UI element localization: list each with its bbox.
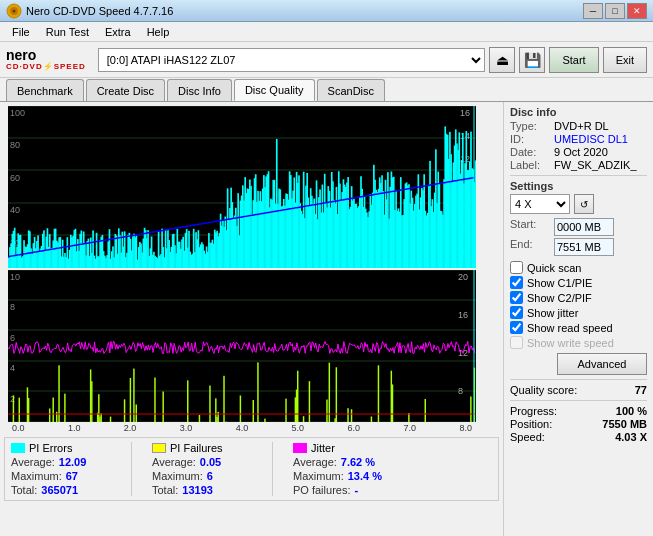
show-write-speed-checkbox[interactable] — [510, 336, 523, 349]
toolbar: nero CD·DVD⚡SPEED [0:0] ATAPI iHAS122 ZL… — [0, 42, 653, 78]
show-read-speed-row: Show read speed — [510, 321, 647, 334]
maximize-button[interactable]: □ — [605, 3, 625, 19]
jitter-color — [293, 443, 307, 453]
app-icon — [6, 3, 22, 19]
pi-failures-title: PI Failures — [170, 442, 223, 454]
disc-info-title: Disc info — [510, 106, 647, 118]
disc-date-row: Date: 9 Oct 2020 — [510, 146, 647, 158]
pi-failures-color — [152, 443, 166, 453]
minimize-button[interactable]: ─ — [583, 3, 603, 19]
settings-section: Settings 4 X ↺ Start: End: Quick sca — [510, 180, 647, 375]
window-title: Nero CD-DVD Speed 4.7.7.16 — [26, 5, 173, 17]
quick-scan-checkbox[interactable] — [510, 261, 523, 274]
tab-disc-quality[interactable]: Disc Quality — [234, 79, 315, 101]
menu-file[interactable]: File — [4, 24, 38, 40]
disc-info-section: Disc info Type: DVD+R DL ID: UMEDISC DL1… — [510, 106, 647, 171]
menu-extra[interactable]: Extra — [97, 24, 139, 40]
show-jitter-row: Show jitter — [510, 306, 647, 319]
save-button[interactable]: 💾 — [519, 47, 545, 73]
start-mb-input[interactable] — [554, 218, 614, 236]
show-c2pif-row: Show C2/PIF — [510, 291, 647, 304]
start-button[interactable]: Start — [549, 47, 598, 73]
show-read-speed-checkbox[interactable] — [510, 321, 523, 334]
nero-logo: nero CD·DVD⚡SPEED — [6, 48, 86, 71]
show-read-speed-label: Show read speed — [527, 322, 613, 334]
end-mb-row: End: — [510, 238, 647, 256]
menu-runtest[interactable]: Run Test — [38, 24, 97, 40]
refresh-button[interactable]: ↺ — [574, 194, 594, 214]
menu-help[interactable]: Help — [139, 24, 178, 40]
divider1 — [510, 175, 647, 176]
tab-scan-disc[interactable]: ScanDisc — [317, 79, 385, 101]
drive-select[interactable]: [0:0] ATAPI iHAS122 ZL07 — [98, 48, 486, 72]
show-write-speed-label: Show write speed — [527, 337, 614, 349]
show-c1pie-label: Show C1/PIE — [527, 277, 592, 289]
show-c1pie-checkbox[interactable] — [510, 276, 523, 289]
settings-title: Settings — [510, 180, 647, 192]
exit-button[interactable]: Exit — [603, 47, 647, 73]
disc-label-row: Label: FW_SK_ADZIK_ — [510, 159, 647, 171]
pi-errors-color — [11, 443, 25, 453]
start-mb-row: Start: — [510, 218, 647, 236]
divider2 — [510, 379, 647, 380]
quick-scan-label: Quick scan — [527, 262, 581, 274]
show-write-speed-row: Show write speed — [510, 336, 647, 349]
speed-select[interactable]: 4 X — [510, 194, 570, 214]
show-c2pif-label: Show C2/PIF — [527, 292, 592, 304]
quality-score-row: Quality score: 77 — [510, 384, 647, 396]
divider3 — [510, 400, 647, 401]
pi-errors-chart — [8, 106, 476, 268]
end-mb-input[interactable] — [554, 238, 614, 256]
eject-button[interactable]: ⏏ — [489, 47, 515, 73]
jitter-chart — [8, 270, 476, 422]
advanced-button[interactable]: Advanced — [557, 353, 647, 375]
title-bar: Nero CD-DVD Speed 4.7.7.16 ─ □ ✕ — [0, 0, 653, 22]
disc-type-row: Type: DVD+R DL — [510, 120, 647, 132]
right-panel: Disc info Type: DVD+R DL ID: UMEDISC DL1… — [503, 102, 653, 536]
progress-section: Progress: 100 % Position: 7550 MB Speed:… — [510, 405, 647, 443]
menu-bar: File Run Test Extra Help — [0, 22, 653, 42]
tab-benchmark[interactable]: Benchmark — [6, 79, 84, 101]
svg-point-2 — [13, 9, 16, 12]
pi-errors-title: PI Errors — [29, 442, 72, 454]
show-jitter-checkbox[interactable] — [510, 306, 523, 319]
pi-errors-legend: PI Errors Average: 12.09 Maximum: 67 Tot… — [11, 442, 111, 496]
speed-row-progress: Speed: 4.03 X — [510, 431, 647, 443]
main-content: 0.0 1.0 2.0 3.0 4.0 5.0 6.0 7.0 8.0 PI E… — [0, 102, 653, 536]
pi-failures-legend: PI Failures Average: 0.05 Maximum: 6 Tot… — [152, 442, 252, 496]
chart-area: 0.0 1.0 2.0 3.0 4.0 5.0 6.0 7.0 8.0 PI E… — [0, 102, 503, 536]
tab-bar: Benchmark Create Disc Disc Info Disc Qua… — [0, 78, 653, 102]
quality-score-label: Quality score: — [510, 384, 577, 396]
close-button[interactable]: ✕ — [627, 3, 647, 19]
tab-create-disc[interactable]: Create Disc — [86, 79, 165, 101]
progress-row: Progress: 100 % — [510, 405, 647, 417]
jitter-title: Jitter — [311, 442, 335, 454]
quality-score-value: 77 — [635, 384, 647, 396]
position-row: Position: 7550 MB — [510, 418, 647, 430]
x-axis-labels: 0.0 1.0 2.0 3.0 4.0 5.0 6.0 7.0 8.0 — [8, 422, 476, 434]
legend-sep2 — [272, 442, 273, 496]
show-c1pie-row: Show C1/PIE — [510, 276, 647, 289]
legend: PI Errors Average: 12.09 Maximum: 67 Tot… — [4, 437, 499, 501]
legend-sep1 — [131, 442, 132, 496]
quick-scan-row: Quick scan — [510, 261, 647, 274]
jitter-legend: Jitter Average: 7.62 % Maximum: 13.4 % P… — [293, 442, 393, 496]
show-jitter-label: Show jitter — [527, 307, 578, 319]
tab-disc-info[interactable]: Disc Info — [167, 79, 232, 101]
disc-id-row: ID: UMEDISC DL1 — [510, 133, 647, 145]
speed-row: 4 X ↺ — [510, 194, 647, 214]
show-c2pif-checkbox[interactable] — [510, 291, 523, 304]
